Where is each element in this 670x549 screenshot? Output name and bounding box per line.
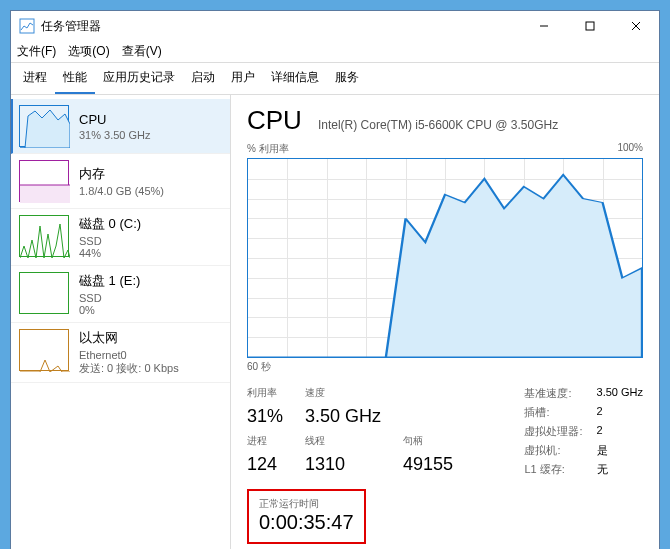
l1-label: L1 缓存: [524, 462, 582, 477]
uptime-label: 正常运行时间 [259, 497, 354, 511]
chart-x-label: 60 秒 [247, 360, 643, 374]
tab-apphistory[interactable]: 应用历史记录 [95, 63, 183, 94]
sockets-label: 插槽: [524, 405, 582, 420]
menu-file[interactable]: 文件(F) [17, 43, 56, 60]
proc-value: 124 [247, 454, 283, 477]
app-icon [19, 18, 35, 34]
minimize-button[interactable] [521, 11, 567, 41]
disk0-mini-chart [19, 215, 69, 257]
svg-marker-8 [248, 175, 642, 357]
sidebar-eth-title: 以太网 [79, 329, 179, 347]
sidebar-disk1-sub: SSD [79, 292, 140, 304]
handle-label: 句柄 [403, 434, 453, 450]
proc-label: 进程 [247, 434, 283, 450]
memory-mini-chart [19, 160, 69, 202]
sockets-value: 2 [597, 405, 643, 420]
sidebar-cpu-sub: 31% 3.50 GHz [79, 129, 151, 141]
thread-label: 线程 [305, 434, 381, 450]
uptime-value: 0:00:35:47 [259, 511, 354, 534]
tab-details[interactable]: 详细信息 [263, 63, 327, 94]
chart-y-label: % 利用率 [247, 142, 289, 156]
sidebar-disk1-title: 磁盘 1 (E:) [79, 272, 140, 290]
util-value: 31% [247, 406, 283, 429]
tab-performance[interactable]: 性能 [55, 63, 95, 94]
sidebar-item-disk0[interactable]: 磁盘 0 (C:) SSD 44% [11, 209, 230, 266]
chart-y-max: 100% [617, 142, 643, 156]
close-button[interactable] [613, 11, 659, 41]
sidebar-eth-sub2: 发送: 0 接收: 0 Kbps [79, 361, 179, 376]
menu-bar: 文件(F) 选项(O) 查看(V) [11, 41, 659, 63]
sidebar-cpu-title: CPU [79, 112, 151, 127]
cpu-utilization-chart[interactable] [247, 158, 643, 358]
virt-label: 虚拟机: [524, 443, 582, 458]
basespeed-label: 基准速度: [524, 386, 582, 401]
logical-label: 虚拟处理器: [524, 424, 582, 439]
sidebar-item-cpu[interactable]: CPU 31% 3.50 GHz [11, 99, 230, 154]
tab-processes[interactable]: 进程 [15, 63, 55, 94]
sidebar-item-disk1[interactable]: 磁盘 1 (E:) SSD 0% [11, 266, 230, 323]
sidebar-item-memory[interactable]: 内存 1.8/4.0 GB (45%) [11, 154, 230, 209]
basespeed-value: 3.50 GHz [597, 386, 643, 401]
titlebar[interactable]: 任务管理器 [11, 11, 659, 41]
tab-users[interactable]: 用户 [223, 63, 263, 94]
ethernet-mini-chart [19, 329, 69, 371]
performance-sidebar: CPU 31% 3.50 GHz 内存 1.8/4.0 GB (45%) [11, 95, 231, 549]
svg-rect-2 [586, 22, 594, 30]
content-body: CPU 31% 3.50 GHz 内存 1.8/4.0 GB (45%) [11, 95, 659, 549]
tab-services[interactable]: 服务 [327, 63, 367, 94]
handle-value: 49155 [403, 454, 453, 477]
main-subtitle: Intel(R) Core(TM) i5-6600K CPU @ 3.50GHz [318, 118, 558, 132]
l1-value: 无 [597, 462, 643, 477]
menu-view[interactable]: 查看(V) [122, 43, 162, 60]
stats-block: 利用率 速度 31% 3.50 GHz 进程 线程 句柄 124 1310 49… [247, 386, 643, 477]
virt-value: 是 [597, 443, 643, 458]
sidebar-disk0-sub2: 44% [79, 247, 141, 259]
sidebar-disk0-title: 磁盘 0 (C:) [79, 215, 141, 233]
speed-value: 3.50 GHz [305, 406, 381, 429]
sidebar-disk0-sub: SSD [79, 235, 141, 247]
svg-marker-5 [20, 110, 70, 148]
task-manager-window: 任务管理器 文件(F) 选项(O) 查看(V) 进程 性能 应用历史记录 启动 … [10, 10, 660, 549]
uptime-highlight: 正常运行时间 0:00:35:47 [247, 489, 366, 544]
main-panel: CPU Intel(R) Core(TM) i5-6600K CPU @ 3.5… [231, 95, 659, 549]
util-label: 利用率 [247, 386, 283, 402]
window-controls [521, 11, 659, 41]
svg-rect-6 [20, 185, 70, 203]
sidebar-item-ethernet[interactable]: 以太网 Ethernet0 发送: 0 接收: 0 Kbps [11, 323, 230, 383]
sidebar-disk1-sub2: 0% [79, 304, 140, 316]
window-title: 任务管理器 [41, 18, 521, 35]
thread-value: 1310 [305, 454, 381, 477]
sidebar-memory-sub: 1.8/4.0 GB (45%) [79, 185, 164, 197]
cpu-mini-chart [19, 105, 69, 147]
sidebar-memory-title: 内存 [79, 165, 164, 183]
menu-options[interactable]: 选项(O) [68, 43, 109, 60]
tab-startup[interactable]: 启动 [183, 63, 223, 94]
svg-rect-0 [20, 19, 34, 33]
disk1-mini-chart [19, 272, 69, 314]
speed-label: 速度 [305, 386, 381, 402]
maximize-button[interactable] [567, 11, 613, 41]
tab-bar: 进程 性能 应用历史记录 启动 用户 详细信息 服务 [11, 63, 659, 95]
logical-value: 2 [597, 424, 643, 439]
main-title: CPU [247, 105, 302, 136]
sidebar-eth-sub: Ethernet0 [79, 349, 179, 361]
